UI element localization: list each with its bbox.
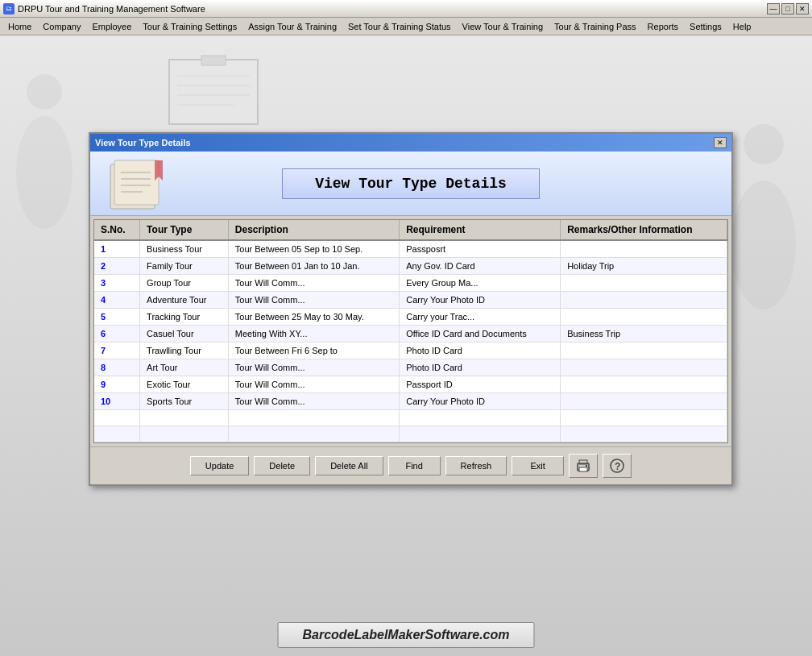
cell-description: Tour Will Comm... (228, 275, 399, 292)
cell-remarks (561, 359, 727, 376)
cell-sno: 3 (94, 275, 140, 292)
menu-tour-training-settings[interactable]: Tour & Training Settings (138, 20, 242, 33)
question-icon: ? (609, 459, 625, 473)
cell-description: Tour Between 01 Jan to 10 Jan. (228, 258, 399, 275)
print-button[interactable] (569, 454, 598, 478)
cell-tour-type: Adventure Tour (140, 292, 229, 309)
table-row[interactable]: 8 Art Tour Tour Will Comm... Photo ID Ca… (94, 359, 727, 376)
svg-rect-5 (201, 56, 226, 65)
cell-tour-type: Casuel Tour (140, 326, 229, 343)
svg-point-1 (16, 116, 72, 229)
table-row[interactable]: 1 Business Tour Tour Between 05 Sep to 1… (94, 240, 727, 258)
exit-button[interactable]: Exit (512, 456, 564, 475)
table-row[interactable]: 7 Trawlling Tour Tour Between Fri 6 Sep … (94, 343, 727, 359)
dialog-header-title: View Tour Type Details (282, 168, 540, 199)
cell-sno: 4 (94, 292, 140, 309)
close-button[interactable]: ✕ (796, 3, 809, 15)
cell-description: Tour Between 05 Sep to 10 Sep. (228, 240, 399, 258)
dialog-title-bar: View Tour Type Details ✕ (90, 134, 731, 152)
cell-tour-type: Trawlling Tour (140, 343, 229, 359)
bottom-bar-text: BarcodeLabelMakerSoftware.com (303, 628, 510, 641)
delete-all-button[interactable]: Delete All (315, 456, 383, 475)
svg-rect-4 (169, 60, 258, 124)
help-icon-button[interactable]: ? (603, 454, 632, 478)
table-row[interactable]: 3 Group Tour Tour Will Comm... Every Gro… (94, 275, 727, 292)
app-title: DRPU Tour and Training Management Softwa… (18, 4, 205, 14)
table-row[interactable]: 6 Casuel Tour Meeting With XY... Office … (94, 326, 727, 343)
data-table-container[interactable]: S.No. Tour Type Description Requirement … (93, 219, 728, 443)
menu-bar: Home Company Employee Tour & Training Se… (0, 18, 812, 35)
col-remarks: Remarks/Other Information (561, 220, 727, 240)
svg-text:?: ? (615, 461, 620, 472)
cell-remarks (561, 275, 727, 292)
table-header-row: S.No. Tour Type Description Requirement … (94, 220, 727, 240)
cell-tour-type: Family Tour (140, 258, 229, 275)
minimize-button[interactable]: — (767, 3, 780, 15)
cell-requirement: Passport ID (400, 376, 561, 393)
menu-home[interactable]: Home (3, 20, 36, 33)
table-row[interactable]: 9 Exotic Tour Tour Will Comm... Passport… (94, 376, 727, 393)
table-empty-row (94, 426, 727, 442)
dialog-title-text: View Tour Type Details (95, 138, 191, 147)
cell-requirement: Carry your Trac... (400, 309, 561, 326)
svg-point-0 (27, 74, 62, 110)
cell-requirement: Passposrt (400, 240, 561, 258)
cell-remarks (561, 292, 727, 309)
cell-sno: 7 (94, 343, 140, 359)
cell-tour-type: Tracking Tour (140, 309, 229, 326)
main-background: View Tour Type Details ✕ View Tour Type … (0, 35, 812, 656)
cell-remarks (561, 309, 727, 326)
cell-remarks (561, 393, 727, 410)
maximize-button[interactable]: □ (781, 3, 794, 15)
bottom-bar: BarcodeLabelMakerSoftware.com (278, 622, 535, 648)
dialog-close-button[interactable]: ✕ (714, 137, 727, 148)
col-description: Description (228, 220, 399, 240)
refresh-button[interactable]: Refresh (445, 456, 508, 475)
menu-help[interactable]: Help (728, 20, 756, 33)
table-row[interactable]: 4 Adventure Tour Tour Will Comm... Carry… (94, 292, 727, 309)
cell-sno: 6 (94, 326, 140, 343)
cell-requirement: Carry Your Photo ID (400, 292, 561, 309)
update-button[interactable]: Update (190, 456, 249, 475)
table-row[interactable]: 2 Family Tour Tour Between 01 Jan to 10 … (94, 258, 727, 275)
svg-point-3 (731, 181, 796, 309)
cell-requirement: Carry Your Photo ID (400, 393, 561, 410)
menu-set-status[interactable]: Set Tour & Training Status (343, 20, 456, 33)
cell-requirement: Office ID Card and Documents (400, 326, 561, 343)
cell-remarks: Business Trip (561, 326, 727, 343)
cell-tour-type: Business Tour (140, 240, 229, 258)
menu-company[interactable]: Company (38, 20, 85, 33)
svg-rect-18 (579, 467, 587, 471)
tour-type-table: S.No. Tour Type Description Requirement … (94, 220, 727, 442)
cell-description: Tour Will Comm... (228, 359, 399, 376)
col-requirement: Requirement (400, 220, 561, 240)
menu-tour-pass[interactable]: Tour & Training Pass (549, 20, 641, 33)
delete-button[interactable]: Delete (254, 456, 310, 475)
dialog-footer: Update Delete Delete All Find Refresh Ex… (90, 446, 731, 484)
menu-employee[interactable]: Employee (87, 20, 136, 33)
cell-requirement: Any Gov. ID Card (400, 258, 561, 275)
menu-settings[interactable]: Settings (685, 20, 727, 33)
cell-description: Meeting With XY... (228, 326, 399, 343)
menu-assign-tour[interactable]: Assign Tour & Training (243, 20, 342, 33)
table-row[interactable]: 5 Tracking Tour Tour Between 25 May to 3… (94, 309, 727, 326)
cell-requirement: Every Group Ma... (400, 275, 561, 292)
svg-rect-11 (114, 160, 159, 205)
title-bar: 🗂 DRPU Tour and Training Management Soft… (0, 0, 812, 18)
cell-sno: 1 (94, 240, 140, 258)
deco-board (161, 52, 266, 135)
menu-reports[interactable]: Reports (643, 20, 684, 33)
cell-requirement: Photo ID Card (400, 343, 561, 359)
cell-description: Tour Will Comm... (228, 393, 399, 410)
cell-description: Tour Between Fri 6 Sep to (228, 343, 399, 359)
find-button[interactable]: Find (388, 456, 441, 475)
col-tour-type: Tour Type (140, 220, 229, 240)
menu-view-tour[interactable]: View Tour & Training (458, 20, 548, 33)
cell-sno: 9 (94, 376, 140, 393)
cell-remarks (561, 240, 727, 258)
cell-tour-type: Sports Tour (140, 393, 229, 410)
cell-tour-type: Group Tour (140, 275, 229, 292)
cell-description: Tour Between 25 May to 30 May. (228, 309, 399, 326)
table-row[interactable]: 10 Sports Tour Tour Will Comm... Carry Y… (94, 393, 727, 410)
dialog-header: View Tour Type Details (90, 152, 731, 216)
